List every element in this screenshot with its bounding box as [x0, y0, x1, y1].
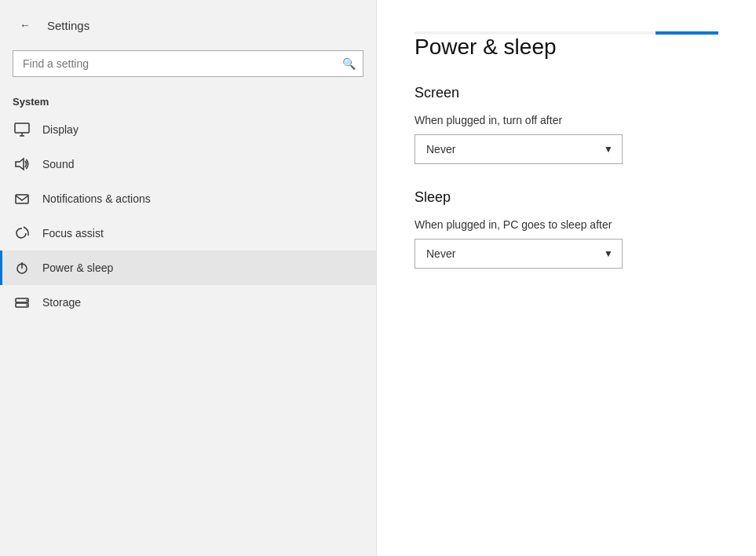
svg-point-10 [26, 305, 27, 306]
svg-rect-0 [15, 123, 29, 133]
sidebar: ← Settings 🔍 System Display Sound [0, 0, 377, 556]
sleep-heading: Sleep [415, 189, 718, 206]
sidebar-item-focus-assist[interactable]: Focus assist [0, 216, 376, 251]
focus-assist-icon [13, 224, 31, 243]
sidebar-title: Settings [47, 19, 89, 32]
power-sleep-label: Power & sleep [42, 262, 113, 274]
sleep-dropdown-wrapper: Never 1 minute 2 minutes 3 minutes 5 min… [415, 239, 623, 269]
sidebar-item-sound[interactable]: Sound [0, 147, 376, 181]
screen-turn-off-label: When plugged in, turn off after [415, 114, 718, 126]
main-content: Power & sleep Screen When plugged in, tu… [377, 0, 756, 556]
notifications-icon [13, 189, 31, 208]
display-icon [13, 120, 31, 139]
screen-heading: Screen [415, 85, 718, 101]
sidebar-item-storage[interactable]: Storage [0, 285, 376, 320]
sidebar-item-notifications[interactable]: Notifications & actions [0, 181, 376, 216]
sleep-section: Sleep When plugged in, PC goes to sleep … [415, 189, 718, 269]
svg-point-9 [26, 300, 27, 302]
sidebar-item-power-sleep[interactable]: Power & sleep [0, 251, 376, 285]
storage-icon [13, 293, 31, 312]
sleep-dropdown[interactable]: Never 1 minute 2 minutes 3 minutes 5 min… [415, 239, 623, 269]
screen-section: Screen When plugged in, turn off after N… [415, 85, 718, 164]
page-title: Power & sleep [415, 35, 718, 60]
screen-turn-off-dropdown[interactable]: Never 1 minute 2 minutes 3 minutes 5 min… [415, 134, 623, 164]
sound-icon [13, 155, 31, 174]
notifications-label: Notifications & actions [42, 192, 151, 205]
sidebar-header: ← Settings [0, 0, 376, 44]
display-label: Display [42, 123, 79, 136]
system-section-label: System [0, 90, 376, 112]
sleep-label: When plugged in, PC goes to sleep after [415, 218, 718, 231]
sidebar-item-display[interactable]: Display [0, 112, 376, 147]
svg-marker-3 [16, 159, 24, 170]
screen-dropdown-wrapper: Never 1 minute 2 minutes 3 minutes 5 min… [415, 134, 623, 164]
focus-assist-label: Focus assist [42, 227, 104, 240]
svg-rect-4 [16, 195, 28, 203]
power-icon [13, 258, 31, 277]
search-input[interactable] [13, 50, 363, 77]
back-button[interactable]: ← [13, 13, 38, 38]
storage-label: Storage [42, 296, 81, 309]
search-box-container: 🔍 [13, 50, 363, 77]
sound-label: Sound [42, 158, 74, 170]
progress-indicator [656, 31, 718, 35]
